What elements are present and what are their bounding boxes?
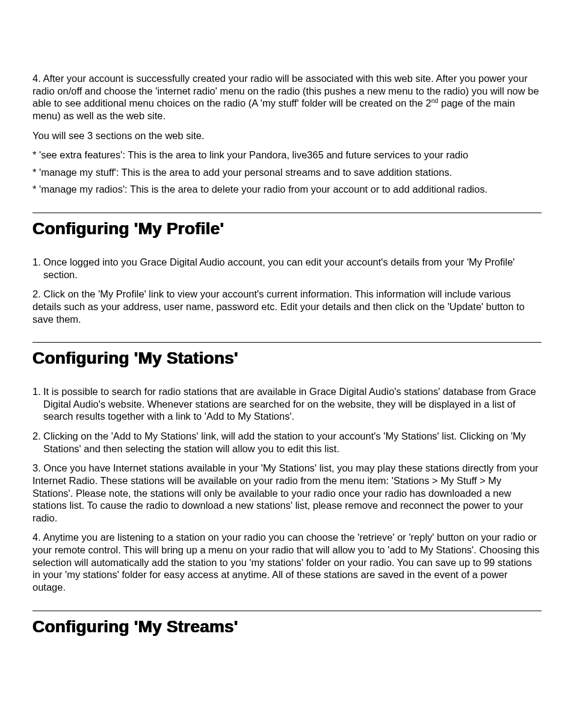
bullet-manage-my-stuff: * 'manage my stuff': This is the area to… bbox=[32, 166, 542, 179]
profile-step-1: 1. Once logged into you Grace Digital Au… bbox=[32, 256, 542, 281]
heading-my-stations: Configuring 'My Stations' bbox=[32, 342, 542, 369]
intro-sections-lead: You will see 3 sections on the web site. bbox=[32, 129, 542, 142]
profile-step-2: 2. Click on the 'My Profile' link to vie… bbox=[32, 288, 542, 325]
heading-my-profile: Configuring 'My Profile' bbox=[32, 213, 542, 239]
heading-my-streams: Configuring 'My Streams' bbox=[32, 611, 542, 637]
stations-step-4: 4. Anytime you are listening to a statio… bbox=[32, 531, 542, 593]
stations-step-1: 1. It is possible to search for radio st… bbox=[32, 385, 542, 423]
bullet-manage-my-radios: * 'manage my radios': This is the area t… bbox=[32, 183, 542, 196]
intro-paragraph-4: 4. After your account is successfully cr… bbox=[32, 72, 542, 122]
bullet-see-extra-features: * 'see extra features': This is the area… bbox=[32, 149, 542, 161]
stations-step-3: 3. Once you have Internet stations avail… bbox=[32, 462, 542, 524]
stations-step-2: 2. Clicking on the 'Add to My Stations' … bbox=[32, 430, 542, 455]
ordinal-suffix: nd bbox=[431, 97, 439, 104]
